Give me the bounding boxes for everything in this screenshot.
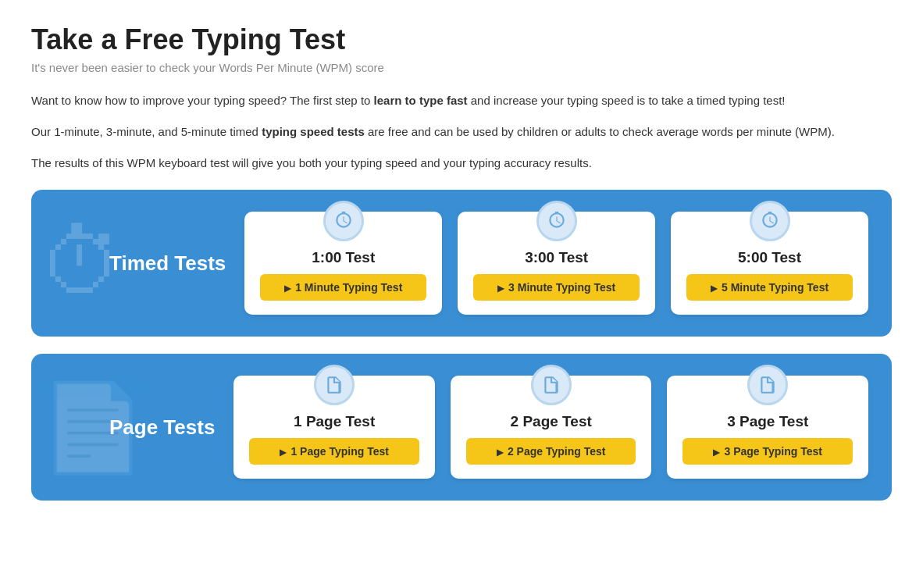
page-icon-3 [747,365,788,405]
page-card-2-button-label: 2 Page Typing Test [508,445,606,458]
page-card-3-title: 3 Page Test [727,413,808,430]
stopwatch-icon-3 [760,211,780,231]
page-subtitle: It's never been easier to check your Wor… [31,61,892,74]
timed-card-3: 5:00 Test 5 Minute Typing Test [671,212,868,315]
paragraph-3: The results of this WPM keyboard test wi… [31,154,892,173]
timed-card-1-button-label: 1 Minute Typing Test [295,281,402,294]
page-section-label: Page Tests [55,415,215,440]
page-card-3-button-label: 3 Page Typing Test [724,445,822,458]
timed-card-1-title: 1:00 Test [312,249,375,266]
document-icon-2 [541,375,561,395]
page-card-3-button[interactable]: 3 Page Typing Test [682,438,853,465]
timed-card-3-button[interactable]: 5 Minute Typing Test [686,274,853,301]
timed-card-2-button-label: 3 Minute Typing Test [508,281,615,294]
timed-cards-row: 1:00 Test 1 Minute Typing Test 3:00 Test… [244,212,868,315]
timed-card-3-title: 5:00 Test [738,249,801,266]
paragraph-1: Want to know how to improve your typing … [31,91,892,110]
page-icon-1 [314,365,355,405]
page-title: Take a Free Typing Test [31,23,892,56]
timed-card-1-button[interactable]: 1 Minute Typing Test [260,274,426,301]
timed-card-1: 1:00 Test 1 Minute Typing Test [244,212,442,315]
page-cards-row: 1 Page Test 1 Page Typing Test 2 Page Te… [233,376,868,479]
document-icon-1 [324,375,344,395]
play-arrow-icon [284,281,290,294]
page-card-2-title: 2 Page Test [511,413,592,430]
document-icon-3 [757,375,778,395]
timed-card-2-button[interactable]: 3 Minute Typing Test [473,274,640,301]
page-icon-2 [531,365,572,405]
page-tests-section: 📄 Page Tests 1 Page Test 1 Page Typing T… [31,354,892,501]
play-arrow-icon-p3 [713,445,719,458]
timed-icon-1 [323,201,364,241]
timed-tests-section: ⏱ Timed Tests 1:00 Test 1 Minute Typing … [31,190,892,337]
play-arrow-icon-2 [497,281,504,294]
timed-icon-3 [750,201,790,241]
paragraph-2: Our 1-minute, 3-minute, and 5-minute tim… [31,123,892,141]
timed-card-2-title: 3:00 Test [525,249,588,266]
page-card-1-button-label: 1 Page Typing Test [290,445,389,458]
play-arrow-icon-3 [711,281,717,294]
page-card-2-button[interactable]: 2 Page Typing Test [466,438,636,465]
page-card-2: 2 Page Test 2 Page Typing Test [451,376,652,479]
page-card-1-button[interactable]: 1 Page Typing Test [249,438,419,465]
page-card-1-title: 1 Page Test [294,413,375,430]
play-arrow-icon-p1 [280,445,286,458]
timed-section-label: Timed Tests [55,251,226,276]
timed-card-2: 3:00 Test 3 Minute Typing Test [458,212,655,315]
timed-icon-2 [536,201,577,241]
stopwatch-icon-1 [333,211,354,231]
stopwatch-icon-2 [547,211,567,231]
page-card-1: 1 Page Test 1 Page Typing Test [233,376,435,479]
page-card-3: 3 Page Test 3 Page Typing Test [667,376,868,479]
play-arrow-icon-p2 [497,445,503,458]
timed-card-3-button-label: 5 Minute Typing Test [722,281,829,294]
